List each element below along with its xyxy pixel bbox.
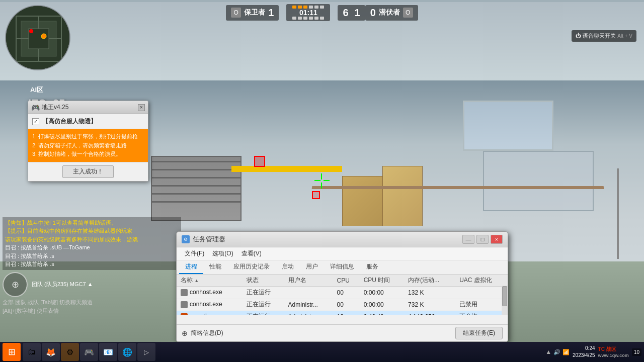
team2-score: 0 [370,7,376,19]
taskbar-app-settings[interactable]: ⚙ [61,343,79,361]
menu-bar: 文件(F) 选项(O) 查看(V) [177,247,508,260]
minimize-button[interactable]: — [462,235,474,244]
cheat-close-button[interactable]: × [138,104,145,111]
compass-icon: ⊕ [12,279,19,290]
taskbar-app-files[interactable]: 🗂 [23,343,41,361]
summary-label: 简略信息(D) [191,329,223,337]
scrollbar[interactable] [502,286,508,315]
table-row[interactable]: conhost.exe 正在运行 00 0:00:00 132 K [177,287,508,299]
task-manager-tabs: 进程 性能 应用历史记录 启动 用户 详细信息 服务 [177,260,508,275]
col-uac[interactable]: UAC 虚拟化 [455,275,508,287]
cheat-title: 🎮 地王v4.25 [31,103,68,112]
proc-user-3: Administr... [284,311,333,315]
start-button[interactable]: ⊞ [3,343,21,361]
cheat-enter-button[interactable]: 主入成功！ [62,165,114,178]
team1-block: O 保卫者 1 [226,5,279,21]
end-task-button[interactable]: 结束任务(E) [455,327,503,339]
cheat-line-2: 2. 请勿穿箱子打人，请勿频繁看墙走路 [32,141,144,150]
garage-door [151,156,242,221]
chat-area: 【告知】战斗中按F1可以查看简单帮助话语。 【提示】目前游戏中的房间存在被英雄级… [3,217,181,317]
watermark-text: TC 战区 [598,346,629,353]
table-row[interactable]: crossfire.exe 正在运行 Administr... 12 0:40:… [177,311,508,315]
tab-services[interactable]: 服务 [360,260,384,274]
chat-msg-3: 该玩家装备的英雄级武器有多种不同的加成效果，游戏 [5,235,179,244]
menu-view[interactable]: 查看(V) [237,248,266,259]
scroll-thumb[interactable] [502,286,507,306]
svg-point-5 [29,29,33,33]
taskbar-app-mail[interactable]: 📧 [99,343,117,361]
system-tray: ▲ 🔊 📶 [545,348,570,355]
proc-name-1: conhost.exe [177,287,243,299]
team1-score: 1 [268,7,274,19]
maximize-button[interactable]: □ [476,235,489,244]
hud-center-block: 01:11 [286,4,330,21]
taskbar-app-firefox[interactable]: 🦊 [42,343,60,361]
cheat-footer: 主入成功！ [28,162,148,181]
center-score: 6 [343,7,348,19]
col-name[interactable]: 名称 ▲ [177,275,243,287]
proc-uac-1 [455,287,508,299]
chat-hints: 全部 团队 战队 [Tab键] 切换聊天频道 [Alt]+[数字键] 使用表情 [3,297,181,317]
voice-label: 语音聊天开关 [583,33,616,39]
taskbar-app-extra[interactable]: ▷ [137,343,155,361]
hud-top-bar: O 保卫者 1 01:11 6 1 0 潜伏者 O [0,0,644,25]
task-manager-footer: ⊕ 简略信息(D) 结束任务(E) [177,324,508,341]
tray-icon-1[interactable]: ▲ [545,348,551,355]
team-info: 团队 (队员235) MGC7 ▲ [32,281,93,288]
col-cpu[interactable]: CPU [333,275,360,287]
key-hint-1: 全部 团队 战队 [Tab键] 切换聊天频道 [3,298,181,307]
task-manager-title: ⚙ 任务管理器 [182,235,225,244]
tray-icon-3: 📶 [562,349,570,355]
team2-block: 0 潜伏者 O [365,5,418,21]
cheat-checkbox-row: ✓ 【高仿台服人物透】 [28,114,148,129]
menu-options[interactable]: 选项(O) [208,248,237,259]
chat-msg-1: 【告知】战斗中按F1可以查看简单帮助话语。 [5,219,179,227]
cheat-checkbox[interactable]: ✓ [32,118,39,125]
col-memory[interactable]: 内存(活动... [404,275,455,287]
taskbar-right: ▲ 🔊 📶 0:24 2023/4/25 TC 战区 www.1qw.com 1… [545,345,641,359]
taskbar-app-browser[interactable]: 🌐 [118,343,136,361]
voice-shortcut: Alt + V [617,33,632,39]
task-manager-icon: ⚙ [182,235,190,243]
proc-uac-3: 不允许 [455,311,508,315]
summary-info[interactable]: ⊕ 简略信息(D) [182,329,223,337]
table-header: 名称 ▲ 状态 用户名 CPU CPU 时间 内存(活动... UAC 虚拟化 [177,275,508,287]
cheat-title-icon: 🎮 [31,104,40,112]
key-hint-2: [Alt]+[数字键] 使用表情 [3,307,181,316]
yellow-stripe [231,166,342,172]
menu-file[interactable]: 文件(F) [181,248,208,259]
window-right [463,101,553,151]
chat-msg-5: 目召 : 按战首给杀 .s [5,252,179,260]
tab-process[interactable]: 进程 [179,260,203,274]
task-manager-window[interactable]: ⚙ 任务管理器 — □ × 文件(F) 选项(O) 查看(V) 进程 性能 应用… [176,231,508,342]
tab-startup[interactable]: 启动 [276,260,300,274]
crosshair [314,173,330,189]
voice-chat-button[interactable]: ⏻ 语音聊天开关 Alt + V [572,30,636,42]
tab-app-history[interactable]: 应用历史记录 [227,260,276,274]
team1-name: 保卫者 [244,8,265,17]
summary-icon: ⊕ [182,329,188,337]
table-row[interactable]: conhost.exe 正在运行 Administr... 00 0:00:00… [177,299,508,311]
col-user[interactable]: 用户名 [284,275,333,287]
enemy-box [254,156,265,167]
ai-zone-label: AI区 [30,85,43,95]
close-button[interactable]: × [491,235,503,244]
beam [312,186,604,189]
proc-cputime-3: 0:40:49 [360,311,404,315]
proc-name-3: crossfire.exe [177,311,243,315]
proc-name-2: conhost.exe [177,299,243,311]
round-dot [292,17,296,20]
tab-performance[interactable]: 性能 [203,260,227,274]
tab-users[interactable]: 用户 [300,260,324,274]
cheat-tool-window[interactable]: 🎮 地王v4.25 × ✓ 【高仿台服人物透】 1. 打爆破尽里别过于窜张，别打… [28,101,148,182]
tab-details[interactable]: 详细信息 [324,260,360,274]
proc-cputime-2: 0:00:00 [360,299,404,311]
chat-msg-2: 【提示】目前游戏中的房间存在被英雄级武器的玩家 [5,227,179,235]
team2-icon: O [403,8,413,18]
col-status[interactable]: 状态 [243,275,284,287]
notification-badge[interactable]: 10 [632,348,641,356]
task-manager-titlebar: ⚙ 任务管理器 — □ × [177,232,508,247]
col-cpu-time[interactable]: CPU 时间 [360,275,404,287]
taskbar-app-game[interactable]: 🎮 [80,343,98,361]
round-dot [320,6,324,9]
